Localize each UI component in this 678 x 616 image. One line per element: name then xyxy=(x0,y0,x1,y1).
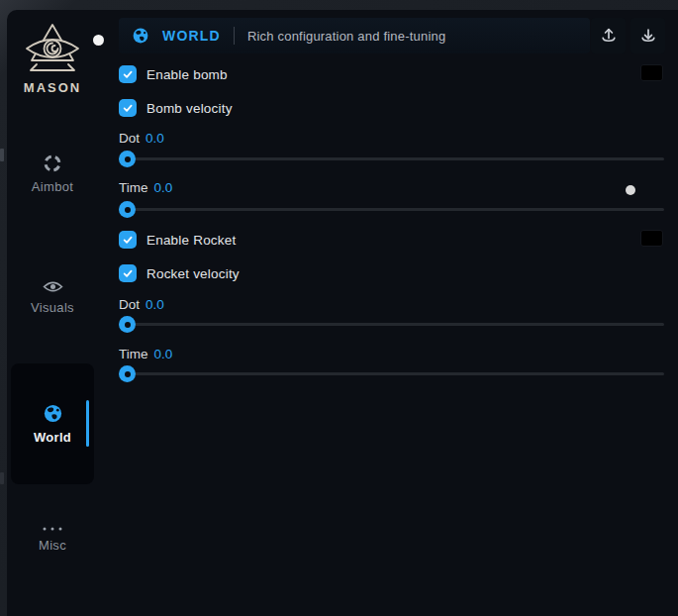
eye-icon xyxy=(43,279,63,294)
checkbox-label: Rocket velocity xyxy=(146,266,240,281)
slider-value: 0.0 xyxy=(145,131,164,146)
slider-value: 0.0 xyxy=(154,180,173,195)
brand-name: MASON xyxy=(11,80,94,95)
checkbox-row-bomb-velocity: Bomb velocity xyxy=(119,99,233,117)
checkbox-label: Enable bomb xyxy=(146,67,228,82)
check-icon xyxy=(122,68,134,80)
check-icon xyxy=(122,267,134,279)
slider-track-rocket-time[interactable] xyxy=(119,372,664,375)
mouse-cursor-dot xyxy=(93,35,104,46)
globe-icon xyxy=(132,27,149,45)
slider-name: Dot xyxy=(119,131,140,146)
slider-name: Dot xyxy=(119,297,140,312)
slider-label-rocket-dot: Dot0.0 xyxy=(119,297,164,312)
crosshair-icon xyxy=(43,154,62,173)
sidebar-item-world[interactable]: World xyxy=(11,363,94,484)
download-config-button[interactable] xyxy=(630,18,665,53)
slider-track-rocket-dot[interactable] xyxy=(119,323,664,326)
menu-window xyxy=(7,10,678,616)
check-icon xyxy=(122,234,134,246)
stray-dot xyxy=(626,185,635,195)
slider-track-bomb-time[interactable] xyxy=(119,208,664,211)
checkbox-rocket-velocity[interactable] xyxy=(119,264,137,282)
slider-name: Time xyxy=(119,347,148,361)
slider-thumb-rocket-dot[interactable] xyxy=(119,316,136,333)
checkbox-enable-rocket[interactable] xyxy=(119,231,137,249)
checkbox-row-enable-rocket: Enable Rocket xyxy=(119,231,236,249)
sidebar-item-label: Misc xyxy=(11,538,94,553)
slider-thumb-rocket-time[interactable] xyxy=(119,365,136,382)
checkbox-bomb-velocity[interactable] xyxy=(119,99,137,117)
sidebar-item-aimbot[interactable]: Aimbot xyxy=(11,154,94,194)
brand-logo: MASON xyxy=(11,22,94,95)
sidebar-item-label: World xyxy=(34,430,71,445)
slider-value: 0.0 xyxy=(145,297,164,312)
slider-thumb-bomb-dot[interactable] xyxy=(119,151,136,167)
sidebar-item-visuals[interactable]: Visuals xyxy=(11,279,94,315)
slider-label-rocket-time: Time0.0 xyxy=(119,347,172,361)
download-icon xyxy=(638,26,658,46)
checkbox-label: Bomb velocity xyxy=(146,101,233,116)
ellipsis-icon xyxy=(42,526,63,532)
header-divider xyxy=(234,27,235,45)
bomb-color-swatch[interactable] xyxy=(640,64,663,81)
checkbox-label: Enable Rocket xyxy=(146,233,236,248)
page-header: WORLD Rich configuration and fine-tuning xyxy=(119,18,590,53)
slider-thumb-bomb-time[interactable] xyxy=(119,201,136,218)
upload-config-button[interactable] xyxy=(591,18,626,53)
page-subtitle: Rich configuration and fine-tuning xyxy=(247,29,445,44)
checkbox-row-rocket-velocity: Rocket velocity xyxy=(119,264,240,282)
sidebar-item-label: Aimbot xyxy=(11,179,94,194)
app-root: MASON Aimbot Visuals World Misc xyxy=(0,0,678,616)
page-title: WORLD xyxy=(162,28,221,44)
globe-icon xyxy=(43,403,63,424)
slider-name: Time xyxy=(119,180,148,195)
sidebar-item-misc[interactable]: Misc xyxy=(11,526,94,553)
upload-icon xyxy=(599,26,619,46)
checkbox-row-enable-bomb: Enable bomb xyxy=(119,65,228,83)
edge-artifact xyxy=(0,149,4,161)
sidebar-item-label: Visuals xyxy=(11,300,94,315)
rocket-color-swatch[interactable] xyxy=(640,230,663,247)
slider-track-bomb-dot[interactable] xyxy=(119,157,664,160)
pyramid-eye-icon xyxy=(24,22,81,77)
edge-artifact xyxy=(0,472,4,484)
active-tab-indicator xyxy=(86,400,89,447)
slider-value: 0.0 xyxy=(154,347,173,361)
checkbox-enable-bomb[interactable] xyxy=(119,65,137,83)
slider-label-bomb-time: Time0.0 xyxy=(119,180,172,195)
slider-label-bomb-dot: Dot0.0 xyxy=(119,131,164,146)
check-icon xyxy=(122,102,134,114)
